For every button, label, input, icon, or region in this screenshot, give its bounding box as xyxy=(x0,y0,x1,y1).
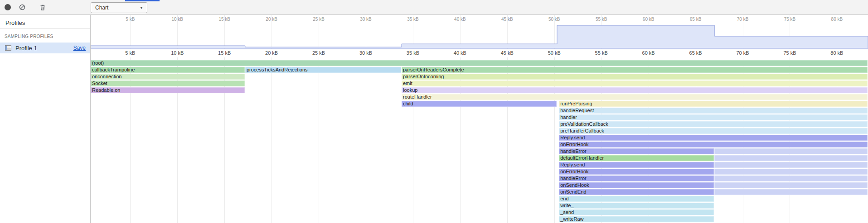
overview-tick-label: 30 kB xyxy=(360,17,372,22)
ruler-tick-label: 80 kB xyxy=(830,50,843,56)
flame-bar[interactable] xyxy=(714,148,868,154)
sampling-profiles-section-label: SAMPLING PROFILES xyxy=(0,29,90,43)
trash-icon xyxy=(39,4,46,11)
flame-bar-child[interactable]: child xyxy=(402,101,557,107)
overview-tick-label: 80 kB xyxy=(831,17,843,22)
flame-bar-onerrorhook[interactable]: onErrorHook xyxy=(559,169,714,175)
profile-item[interactable]: Profile 1 Save xyxy=(0,43,90,53)
view-mode-select[interactable]: Chart ▼ xyxy=(91,2,147,13)
ruler-tick-label: 50 kB xyxy=(548,50,561,56)
flame-bar-prevalidationcallback[interactable]: preValidationCallback xyxy=(559,121,868,127)
overview-tick-label: 50 kB xyxy=(548,17,560,22)
ruler-tick-label: 20 kB xyxy=(265,50,278,56)
overview-tick-label: 15 kB xyxy=(218,17,230,22)
flame-bar-defaulterrorhandler[interactable]: defaultErrorHandler xyxy=(559,155,714,161)
ruler: 5 kB10 kB15 kB20 kB25 kB30 kB35 kB40 kB4… xyxy=(91,49,868,57)
flame-bar[interactable] xyxy=(714,189,868,195)
overview-tick-label: 55 kB xyxy=(596,17,607,22)
record-button[interactable] xyxy=(2,1,14,13)
flame-bar-readable-on[interactable]: Readable.on xyxy=(91,87,245,93)
grid-line xyxy=(319,57,319,223)
flame-bar-reply-send[interactable]: Reply.send xyxy=(559,135,868,141)
flame-bar-handleerror[interactable]: handleError xyxy=(559,148,714,154)
flame-bar-end[interactable]: end xyxy=(559,196,714,202)
clear-button[interactable] xyxy=(16,1,28,13)
profile-name: Profile 1 xyxy=(15,45,73,52)
active-tab-indicator xyxy=(125,0,160,1)
ruler-tick-label: 5 kB xyxy=(125,50,135,56)
overview-tick-label: 10 kB xyxy=(171,17,183,22)
ruler-tick-label: 15 kB xyxy=(218,50,231,56)
overview-tick-label: 60 kB xyxy=(643,17,655,22)
ruler-tick-label: 75 kB xyxy=(783,50,796,56)
flame-bar-lookup[interactable]: lookup xyxy=(402,87,868,93)
overview-tick-label: 65 kB xyxy=(690,17,702,22)
flame-bar--writeraw[interactable]: _writeRaw xyxy=(559,216,714,222)
flame-bar-callbacktrampoline[interactable]: callbackTrampoline xyxy=(91,67,245,73)
ruler-tick-label: 55 kB xyxy=(595,50,608,56)
toolbar: Chart ▼ xyxy=(0,0,868,15)
overview-tick-label: 75 kB xyxy=(784,17,796,22)
overview-ticks: 5 kB10 kB15 kB20 kB25 kB30 kB35 kB40 kB4… xyxy=(91,15,868,49)
flame-bar[interactable] xyxy=(714,155,868,161)
ruler-tick-label: 70 kB xyxy=(736,50,749,56)
flame-bar[interactable] xyxy=(714,162,868,168)
chevron-down-icon: ▼ xyxy=(140,6,143,10)
overview-tick-label: 5 kB xyxy=(126,17,135,22)
ruler-tick-label: 40 kB xyxy=(454,50,466,56)
clear-icon xyxy=(19,4,26,11)
overview-tick-label: 25 kB xyxy=(313,17,325,22)
save-link[interactable]: Save xyxy=(73,45,86,51)
flame-bar-runpreparsing[interactable]: runPreParsing xyxy=(559,101,868,107)
flame-bar-onerrorhook[interactable]: onErrorHook xyxy=(559,142,868,147)
flame-bar-onsendend[interactable]: onSendEnd xyxy=(559,189,714,195)
view-mode-value: Chart xyxy=(95,5,108,11)
sidebar: Profiles SAMPLING PROFILES Profile 1 Sav… xyxy=(0,15,91,223)
flame-bar--root-[interactable]: (root) xyxy=(91,60,868,66)
flame-bar-routehandler[interactable]: routeHandler xyxy=(402,94,868,100)
record-icon xyxy=(5,4,11,10)
ruler-tick-label: 60 kB xyxy=(642,50,655,56)
ruler-tick-label: 45 kB xyxy=(501,50,514,56)
sidebar-title: Profiles xyxy=(0,15,90,29)
flame-bar--send[interactable]: _send xyxy=(559,209,714,215)
flame-bar-socket[interactable]: Socket xyxy=(91,81,245,86)
flame-bar-onsendhook[interactable]: onSendHook xyxy=(559,182,714,188)
flame-bar[interactable] xyxy=(714,182,868,188)
ruler-tick-label: 30 kB xyxy=(359,50,372,56)
overview-tick-label: 20 kB xyxy=(266,17,277,22)
flame-bar[interactable] xyxy=(714,169,868,175)
overview-tick-label: 70 kB xyxy=(737,17,749,22)
flame-bar-handleerror[interactable]: handleError xyxy=(559,176,714,181)
flame-bar-parseronincoming[interactable]: parserOnIncoming xyxy=(402,74,868,80)
overview-tick-label: 40 kB xyxy=(454,17,466,22)
flame-bar-onconnection[interactable]: onconnection xyxy=(91,74,245,80)
overview-tick-label: 35 kB xyxy=(407,17,419,22)
ruler-tick-label: 25 kB xyxy=(312,50,325,56)
flame-bar[interactable] xyxy=(714,176,868,181)
flame-bar-processticksandrejections[interactable]: processTicksAndRejections xyxy=(245,67,401,73)
overview-tick-label: 45 kB xyxy=(501,17,513,22)
flame-bar-parseronheaderscomplete[interactable]: parserOnHeadersComplete xyxy=(402,67,868,73)
flame-rows: (root)callbackTrampolineprocessTicksAndR… xyxy=(91,57,868,223)
delete-button[interactable] xyxy=(37,1,48,13)
grid-line xyxy=(366,57,366,223)
flame-bar-write-[interactable]: write_ xyxy=(559,203,714,209)
flame-bar-reply-send[interactable]: Reply.send xyxy=(559,162,714,168)
overview-pane[interactable]: 5 kB10 kB15 kB20 kB25 kB30 kB35 kB40 kB4… xyxy=(91,15,868,49)
flame-bar-emit[interactable]: emit xyxy=(402,81,868,86)
flame-chart-pane: 5 kB10 kB15 kB20 kB25 kB30 kB35 kB40 kB4… xyxy=(91,15,868,223)
ruler-tick-label: 10 kB xyxy=(171,50,184,56)
flame-bar-prehandlercallback[interactable]: preHandlerCallback xyxy=(559,128,868,134)
flame-bar-handlerequest[interactable]: handleRequest xyxy=(559,108,868,114)
flame-bar-handler[interactable]: handler xyxy=(559,114,868,120)
ruler-tick-label: 65 kB xyxy=(689,50,702,56)
profile-icon xyxy=(5,44,12,52)
ruler-tick-label: 35 kB xyxy=(407,50,419,56)
grid-line xyxy=(272,57,272,223)
